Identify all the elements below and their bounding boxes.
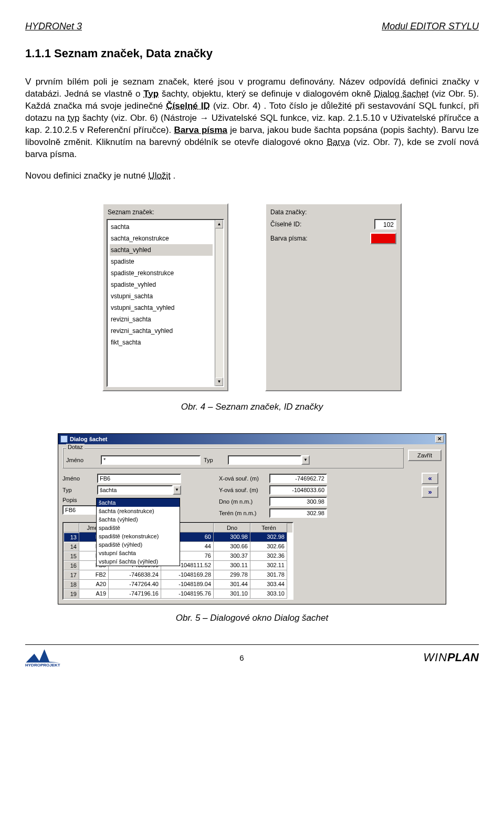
id-value-field[interactable]: 102 — [374, 219, 396, 230]
list-item[interactable]: sachta — [110, 221, 213, 233]
ref-typ: Typ — [143, 89, 159, 99]
figure-1: Seznam značek: sachtasachta_rekonstrukce… — [25, 203, 479, 391]
ref-barva-pisma: Barva písma — [174, 125, 227, 135]
ref-ciselne-id: Číselné ID — [166, 101, 210, 111]
list-item[interactable]: vstupni_sachta — [110, 290, 213, 302]
figure-2-window: Dialog šachet ✕ Dotaz Jméno * Typ ▼ Zavř… — [58, 433, 446, 604]
lbl-typ-filter: Typ — [204, 457, 225, 463]
ref-ulozit: Uložit — [148, 171, 171, 181]
seznam-panel: Seznam značek: sachtasachta_rekonstrukce… — [102, 203, 228, 391]
id-label: Číselné ID: — [270, 221, 301, 228]
header-right: Modul EDITOR STYLU — [382, 21, 479, 32]
dropdown-item[interactable]: spadiště — [97, 524, 180, 532]
typ-dropdown-list[interactable]: šachtašachta (rekonstrukce)šachta (výhle… — [96, 498, 180, 566]
color-swatch[interactable] — [370, 233, 396, 244]
grid-header-cell — [64, 523, 79, 533]
grid-header-cell: Dno — [214, 523, 250, 533]
list-item[interactable]: revizni_sachta — [110, 314, 213, 325]
list-item[interactable]: spadiste_vyhled — [110, 279, 213, 290]
header-left: HYDRONet 3 — [25, 21, 82, 32]
seznam-listbox[interactable]: sachtasachta_rekonstrukcesachta_vyhledsp… — [107, 219, 224, 387]
teren-input[interactable]: 302.98 — [269, 508, 327, 518]
list-item[interactable]: sachta_vyhled — [110, 244, 213, 256]
ref-barva: Barva — [327, 137, 350, 147]
dropdown-item[interactable]: šachta — [97, 498, 180, 507]
lbl-ysour: Y-ová souř. (m) — [219, 487, 266, 493]
ysour-input[interactable]: -1048033.60 — [269, 485, 327, 495]
dropdown-item[interactable]: šachta (rekonstrukce) — [97, 507, 180, 515]
scrollbar[interactable]: ▲ ▼ — [215, 220, 223, 386]
jmeno-filter-input[interactable]: * — [101, 455, 201, 465]
lbl-jmeno: Jméno — [62, 475, 94, 482]
logo-icon — [26, 648, 59, 663]
scroll-down-icon[interactable]: ▼ — [215, 378, 223, 386]
dropdown-item[interactable]: vstupní šachta — [97, 549, 180, 557]
chevron-down-icon[interactable]: ▼ — [173, 485, 181, 495]
seznam-label: Seznam značek: — [108, 208, 224, 216]
list-item[interactable]: fikt_sachta — [110, 337, 213, 348]
figure-2-caption: Obr. 5 – Dialogové okno Dialog šachet — [25, 613, 479, 623]
lbl-popis: Popis — [62, 497, 94, 503]
lbl-typ: Typ — [62, 487, 94, 493]
ref-typ-2: typ — [68, 113, 80, 123]
list-item[interactable]: sachta_rekonstrukce — [110, 233, 213, 244]
lbl-dno: Dno (m n.m.) — [219, 498, 266, 505]
list-item[interactable]: spadiste_rekonstrukce — [110, 267, 213, 279]
list-item[interactable]: vstupni_sachta_vyhled — [110, 302, 213, 314]
figure-1-caption: Obr. 4 – Seznam značek, ID značky — [25, 402, 479, 412]
table-row[interactable]: 17FB2-746838.24-1048169.28299.78301.78 — [64, 570, 292, 580]
logo-hydroprojekt: HYDROPROJEKT — [25, 648, 60, 667]
lbl-teren: Terén (m n.m.) — [219, 510, 266, 516]
logo-winplan: WINPLAN — [423, 651, 479, 664]
dropdown-item[interactable]: šachta (výhled) — [97, 515, 180, 524]
grid-header-cell: Terén — [250, 523, 287, 533]
paragraph-2: Novou definici značky je nutné Uložit . — [25, 170, 479, 182]
table-row[interactable]: 18A20-747264.40-1048189.04301.44303.44 — [64, 580, 292, 589]
lbl-xsour: X-ová souř. (m) — [219, 475, 266, 482]
lbl-jmeno-filter: Jméno — [66, 457, 98, 463]
jmeno-input[interactable]: FB6 — [97, 474, 181, 483]
xsour-input[interactable]: -746962.72 — [269, 474, 327, 483]
typ-filter-dropdown[interactable]: ▼ — [228, 455, 310, 465]
next-button[interactable]: » — [422, 486, 438, 498]
table-row[interactable]: 19A19-747196.16-1048195.76301.10303.10 — [64, 589, 292, 599]
data-panel: Data značky: Číselné ID: 102 Barva písma… — [265, 203, 402, 391]
list-item[interactable]: spadiste — [110, 256, 213, 267]
color-label: Barva písma: — [270, 235, 308, 242]
close-icon[interactable]: ✕ — [435, 435, 444, 443]
dropdown-item[interactable]: vstupní šachta (výhled) — [97, 557, 180, 566]
group-dotaz-label: Dotaz — [66, 444, 85, 450]
dno-input[interactable]: 300.98 — [269, 497, 327, 506]
scroll-up-icon[interactable]: ▲ — [215, 220, 223, 228]
section-title: 1.1.1 Seznam značek, Data značky — [25, 47, 479, 60]
window-title: Dialog šachet — [70, 436, 108, 442]
typ-dropdown[interactable]: šachta▼ — [97, 485, 181, 495]
page-number: 6 — [239, 653, 244, 662]
titlebar: Dialog šachet ✕ — [58, 434, 446, 444]
list-item[interactable]: revizni_sachta_vyhled — [110, 325, 213, 337]
dropdown-item[interactable]: spadiště (rekonstrukce) — [97, 532, 180, 540]
chevron-down-icon[interactable]: ▼ — [301, 455, 310, 465]
ref-dialog-sachet: Dialog šachet — [374, 89, 428, 99]
data-label: Data značky: — [270, 208, 397, 216]
page-footer: HYDROPROJEKT 6 WINPLAN — [25, 644, 479, 667]
page-header: HYDRONet 3 Modul EDITOR STYLU — [25, 21, 479, 32]
group-dotaz: Dotaz Jméno * Typ ▼ — [62, 447, 404, 468]
zavrit-button[interactable]: Zavřít — [408, 450, 442, 461]
dropdown-item[interactable]: spadiště (výhled) — [97, 540, 180, 549]
paragraph-1: V prvním bílém poli je seznam značek, kt… — [25, 76, 479, 161]
prev-button[interactable]: « — [422, 473, 438, 484]
window-icon — [60, 435, 68, 443]
